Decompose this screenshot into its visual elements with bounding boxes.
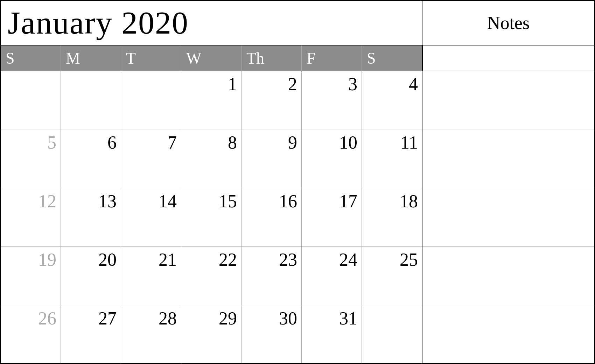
day-cell-w3-sun: 12 (1, 188, 61, 246)
day-cell-w1-mon (61, 71, 121, 129)
day-cell-w5-sat (362, 305, 422, 363)
day-cell-w5-mon: 27 (61, 305, 121, 363)
day-cell-w4-fri: 24 (302, 247, 362, 305)
day-cell-w1-sun (1, 71, 61, 129)
day-cell-w4-mon: 20 (61, 247, 121, 305)
calendar-grid: 1 2 3 4 5 6 7 8 9 10 11 12 13 14 15 (1, 71, 422, 363)
week-row-5: 26 27 28 29 30 31 (1, 305, 422, 363)
notes-header-cell: Notes (422, 1, 594, 45)
calendar-page: January 2020 Notes S M T W Th F S 1 2 3 … (0, 0, 595, 364)
week-row-3: 12 13 14 15 16 17 18 (1, 188, 422, 247)
day-cell-w5-thu: 30 (241, 305, 302, 363)
day-cell-w2-fri: 10 (302, 129, 362, 187)
notes-row-2[interactable] (422, 129, 594, 188)
day-cell-w1-wed: 1 (181, 71, 241, 129)
day-cell-w4-thu: 23 (241, 247, 302, 305)
day-cell-w4-tue: 21 (121, 247, 181, 305)
day-cell-w2-thu: 9 (241, 129, 302, 187)
notes-row-4[interactable] (422, 247, 594, 305)
notes-header-label: Notes (487, 13, 530, 33)
month-title-cell: January 2020 (1, 1, 422, 45)
day-cell-w2-sun: 5 (1, 129, 61, 187)
day-cell-w5-sun: 26 (1, 305, 61, 363)
day-cell-w2-wed: 8 (181, 129, 241, 187)
day-cell-w2-mon: 6 (61, 129, 121, 187)
notes-row-5[interactable] (422, 305, 594, 363)
day-cell-w1-fri: 3 (302, 71, 362, 129)
week-row-4: 19 20 21 22 23 24 25 (1, 247, 422, 305)
day-header-wed: W (181, 45, 241, 71)
day-cell-w3-tue: 14 (121, 188, 181, 246)
day-cell-w4-wed: 22 (181, 247, 241, 305)
days-header-row: S M T W Th F S (1, 45, 594, 71)
week-row-2: 5 6 7 8 9 10 11 (1, 129, 422, 188)
day-cell-w1-thu: 2 (241, 71, 302, 129)
day-header-tue: T (121, 45, 181, 71)
day-cell-w2-tue: 7 (121, 129, 181, 187)
day-cell-w5-fri: 31 (302, 305, 362, 363)
header-row: January 2020 Notes (1, 1, 594, 45)
notes-row-1[interactable] (422, 71, 594, 129)
day-cell-w3-thu: 16 (241, 188, 302, 246)
day-cell-w2-sat: 11 (362, 129, 422, 187)
day-cell-w4-sat: 25 (362, 247, 422, 305)
day-cell-w3-mon: 13 (61, 188, 121, 246)
day-cell-w3-sat: 18 (362, 188, 422, 246)
day-header-mon: M (61, 45, 121, 71)
day-cell-w5-tue: 28 (121, 305, 181, 363)
notes-row-3[interactable] (422, 188, 594, 247)
day-cell-w1-sat: 4 (362, 71, 422, 129)
month-title: January 2020 (8, 4, 189, 41)
day-cell-w4-sun: 19 (1, 247, 61, 305)
day-header-sun: S (1, 45, 61, 71)
calendar-body: 1 2 3 4 5 6 7 8 9 10 11 12 13 14 15 (1, 71, 594, 363)
day-cell-w5-wed: 29 (181, 305, 241, 363)
day-header-sat: S (362, 45, 422, 71)
day-header-fri: F (302, 45, 362, 71)
day-cell-w1-tue (121, 71, 181, 129)
notes-days-spacer (422, 45, 594, 71)
day-cell-w3-wed: 15 (181, 188, 241, 246)
day-header-thu: Th (241, 45, 302, 71)
week-row-1: 1 2 3 4 (1, 71, 422, 129)
day-cell-w3-fri: 17 (302, 188, 362, 246)
notes-column (422, 71, 594, 363)
